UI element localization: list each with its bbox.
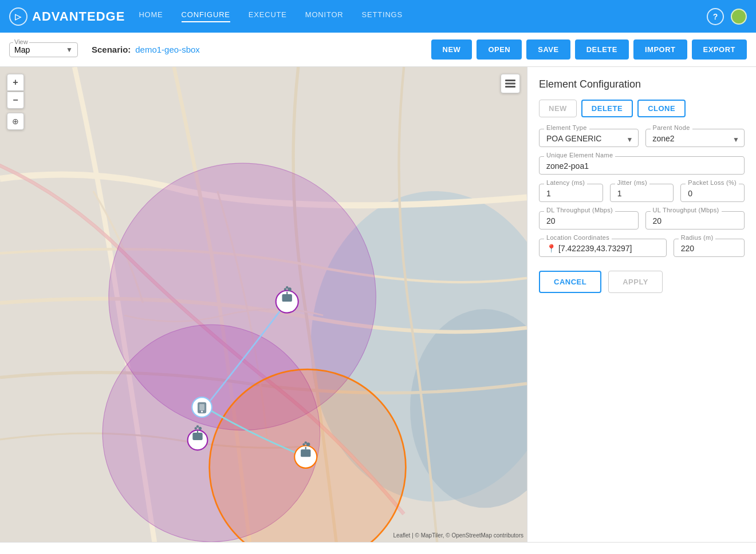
parent-node-label: Parent Node bbox=[651, 124, 692, 131]
parent-node-field[interactable]: Parent Node zone2 ▼ bbox=[645, 129, 745, 147]
jitter-field[interactable]: Jitter (ms) bbox=[610, 184, 674, 202]
map-background bbox=[0, 67, 527, 542]
scenario-name: demo1-geo-sbox bbox=[135, 45, 200, 54]
location-field[interactable]: Location Coordinates 📍 bbox=[539, 239, 667, 257]
unique-name-label: Unique Element Name bbox=[544, 152, 615, 159]
jitter-label: Jitter (ms) bbox=[615, 179, 649, 186]
nav-configure[interactable]: CONFIGURE bbox=[182, 10, 230, 22]
config-panel-title: Element Configuration bbox=[539, 78, 745, 90]
logo-text: AdvantEDGE bbox=[32, 9, 125, 24]
zoom-out-button[interactable]: − bbox=[7, 92, 24, 109]
logo-icon: ▷ bbox=[9, 7, 27, 26]
map-area[interactable]: + − ⊕ Leaflet | © MapTiler, © OpenStreet… bbox=[0, 67, 527, 542]
scenario-info: Scenario: demo1-geo-sbox bbox=[92, 45, 200, 54]
location-label: Location Coordinates bbox=[544, 234, 612, 241]
dl-throughput-label: DL Throughput (Mbps) bbox=[544, 207, 615, 213]
unique-name-input[interactable] bbox=[546, 161, 737, 171]
nav-monitor[interactable]: MONITOR bbox=[305, 10, 344, 22]
ul-throughput-field[interactable]: UL Throughput (Mbps) bbox=[645, 211, 745, 229]
throughput-row: DL Throughput (Mbps) UL Throughput (Mbps… bbox=[539, 211, 745, 229]
bottom-section: Network Elements NAME ▲ TYPE PARENT NODE bbox=[0, 542, 756, 554]
map-container[interactable]: + − ⊕ Leaflet | © MapTiler, © OpenStreet… bbox=[0, 67, 527, 542]
latency-label: Latency (ms) bbox=[544, 179, 587, 186]
svg-rect-32 bbox=[505, 83, 515, 85]
save-button[interactable]: SAVE bbox=[526, 39, 570, 60]
element-delete-button[interactable]: DELETE bbox=[581, 100, 633, 117]
view-label: View bbox=[13, 38, 29, 45]
open-button[interactable]: OPEN bbox=[477, 39, 522, 60]
config-footer: CANCEL APPLY bbox=[539, 271, 745, 293]
svg-rect-31 bbox=[505, 80, 515, 81]
apply-button: APPLY bbox=[608, 271, 663, 293]
svg-rect-33 bbox=[505, 86, 515, 88]
map-layers-button[interactable] bbox=[501, 74, 520, 93]
new-button[interactable]: NEW bbox=[431, 39, 472, 60]
view-chevron-icon: ▼ bbox=[66, 46, 73, 54]
cancel-button[interactable]: CANCEL bbox=[539, 271, 601, 293]
nav-actions: ? bbox=[707, 8, 747, 25]
nav-links: HOME CONFIGURE EXECUTE MONITOR SETTINGS bbox=[139, 10, 693, 22]
radius-field[interactable]: Radius (m) bbox=[674, 239, 745, 257]
export-button[interactable]: EXPORT bbox=[692, 39, 747, 60]
top-navigation: ▷ AdvantEDGE HOME CONFIGURE EXECUTE MONI… bbox=[0, 0, 756, 33]
map-attribution: Leaflet | © MapTiler, © OpenStreetMap co… bbox=[393, 532, 523, 539]
zoom-in-button[interactable]: + bbox=[7, 74, 24, 91]
status-indicator bbox=[731, 9, 747, 25]
ul-throughput-label: UL Throughput (Mbps) bbox=[651, 207, 722, 213]
element-clone-button[interactable]: CLONE bbox=[637, 100, 686, 117]
config-action-buttons: NEW DELETE CLONE bbox=[539, 100, 745, 117]
delete-button[interactable]: DELETE bbox=[575, 39, 629, 60]
ul-throughput-input[interactable] bbox=[653, 216, 738, 225]
map-move-control[interactable]: ⊕ bbox=[7, 113, 24, 130]
layers-icon bbox=[505, 78, 515, 89]
radius-input[interactable] bbox=[681, 244, 737, 253]
app-logo: ▷ AdvantEDGE bbox=[9, 7, 125, 26]
element-new-button[interactable]: NEW bbox=[539, 100, 577, 117]
help-button[interactable]: ? bbox=[707, 8, 724, 25]
radius-label: Radius (m) bbox=[679, 234, 716, 241]
toolbar-buttons: NEW OPEN SAVE DELETE IMPORT EXPORT bbox=[431, 39, 747, 60]
element-config-panel: Element Configuration NEW DELETE CLONE E… bbox=[527, 67, 756, 542]
scenario-label: Scenario: bbox=[92, 45, 131, 54]
element-type-value: POA GENERIC bbox=[546, 134, 631, 143]
dl-throughput-field[interactable]: DL Throughput (Mbps) bbox=[539, 211, 639, 229]
jitter-input[interactable] bbox=[617, 189, 667, 198]
view-selector[interactable]: View Map Table ▼ bbox=[9, 42, 78, 57]
view-select-input[interactable]: Map Table bbox=[14, 45, 64, 54]
dl-throughput-input[interactable] bbox=[546, 216, 631, 225]
latency-field[interactable]: Latency (ms) bbox=[539, 184, 603, 202]
nav-settings[interactable]: SETTINGS bbox=[362, 10, 403, 22]
import-button[interactable]: IMPORT bbox=[633, 39, 687, 60]
network-params-row: Latency (ms) Jitter (ms) Packet Loss (%) bbox=[539, 184, 745, 202]
map-zoom-controls: + − bbox=[7, 74, 24, 109]
type-parent-row: Element Type POA GENERIC ▼ Parent Node z… bbox=[539, 129, 745, 147]
location-row: Location Coordinates 📍 Radius (m) bbox=[539, 239, 745, 257]
packet-loss-label: Packet Loss (%) bbox=[686, 179, 739, 186]
main-content: + − ⊕ Leaflet | © MapTiler, © OpenStreet… bbox=[0, 67, 756, 542]
nav-home[interactable]: HOME bbox=[139, 10, 163, 22]
packet-loss-field[interactable]: Packet Loss (%) bbox=[680, 184, 745, 202]
element-type-label: Element Type bbox=[544, 124, 589, 131]
latency-input[interactable] bbox=[546, 189, 596, 198]
nav-execute[interactable]: EXECUTE bbox=[249, 10, 287, 22]
element-type-field[interactable]: Element Type POA GENERIC ▼ bbox=[539, 129, 639, 147]
toolbar: View Map Table ▼ Scenario: demo1-geo-sbo… bbox=[0, 33, 756, 67]
unique-name-field[interactable]: Unique Element Name bbox=[539, 156, 745, 175]
location-pin-icon: 📍 bbox=[546, 244, 556, 253]
parent-node-value: zone2 bbox=[653, 134, 738, 143]
packet-loss-input[interactable] bbox=[688, 189, 737, 198]
location-input[interactable] bbox=[558, 244, 659, 253]
